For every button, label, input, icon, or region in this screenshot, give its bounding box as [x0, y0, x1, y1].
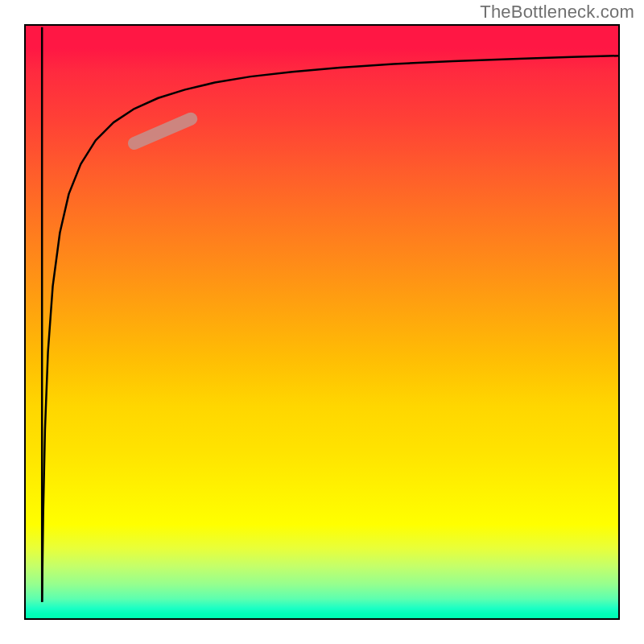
plot-area: [24, 24, 620, 620]
chart-container: TheBottleneck.com: [0, 0, 644, 644]
series-log-curve: [42, 56, 620, 602]
axis-bottom: [24, 618, 620, 620]
series-highlight-segment: [134, 119, 191, 143]
watermark-text: TheBottleneck.com: [480, 2, 634, 23]
axis-left: [24, 24, 26, 620]
chart-svg: [24, 24, 620, 620]
series-group: [42, 27, 620, 602]
axis-top: [24, 24, 620, 26]
axis-right: [618, 24, 620, 620]
